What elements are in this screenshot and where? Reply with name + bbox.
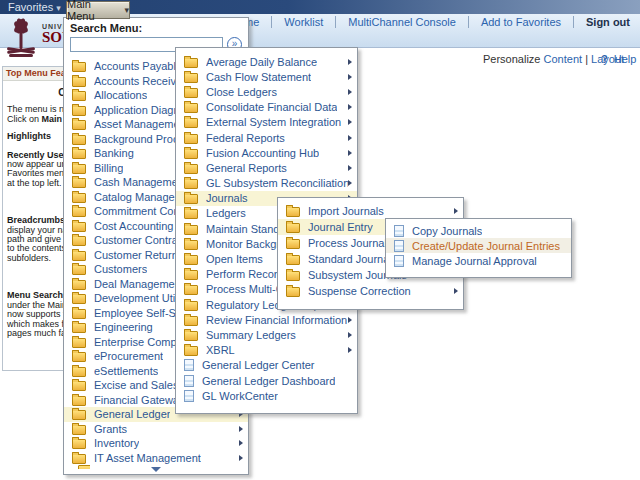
submenu-arrow-icon [348, 150, 352, 156]
help-link[interactable]: Help [614, 53, 637, 65]
chevron-down-icon: ▾ [124, 5, 129, 15]
header-link[interactable]: Worklist [271, 16, 335, 28]
folder-icon [72, 178, 86, 188]
folder-icon [184, 346, 198, 356]
folder-icon [184, 255, 198, 265]
header-links: HomeWorklistMultiChannel ConsoleAdd to F… [218, 16, 632, 28]
folder-icon [72, 280, 86, 290]
menu-item[interactable]: Average Daily Balance [176, 54, 357, 69]
folder-icon [286, 255, 300, 265]
menu-item[interactable]: Consolidate Financial Data [176, 100, 357, 115]
page-icon [394, 255, 404, 267]
folder-icon [72, 193, 86, 203]
folder-icon [184, 88, 198, 98]
folder-icon [286, 223, 300, 233]
favorites-label: Favorites [8, 1, 53, 13]
folder-icon [184, 73, 198, 83]
menu-item[interactable]: Grants [64, 422, 248, 437]
menu-item[interactable]: GL WorkCenter [176, 388, 357, 403]
search-menu-label: Search Menu: [70, 22, 242, 34]
folder-icon [72, 236, 86, 246]
folder-icon [72, 323, 86, 333]
folder-icon [184, 134, 198, 144]
submenu-arrow-icon [348, 317, 352, 323]
folder-icon [72, 62, 86, 72]
menu-item[interactable]: IT Asset Management [64, 451, 248, 466]
folder-icon [72, 164, 86, 174]
pagelet-paragraph: Menu Search,under the Mainnow supports t… [7, 291, 71, 338]
folder-icon [184, 240, 198, 250]
submenu-arrow-icon [348, 89, 352, 95]
submenu-arrow-icon [348, 119, 352, 125]
menu-item[interactable]: Manage Journal Approval [386, 253, 571, 268]
folder-icon [72, 439, 86, 449]
menu-item[interactable]: Create/Update Journal Entries [386, 238, 571, 253]
pagelet-text: Click on Main M [7, 115, 71, 124]
menu-item[interactable]: GL Subsystem Reconciliation [176, 176, 357, 191]
favorites-menu-button[interactable]: Favorites▾ [8, 0, 61, 14]
folder-icon [286, 271, 300, 281]
pagelet-text: subfolders. [7, 254, 71, 263]
pagelet-text: pages much fa [7, 329, 71, 338]
folder-icon [72, 367, 86, 377]
folder-icon [72, 352, 86, 362]
folder-icon [72, 135, 86, 145]
sign-out-link[interactable]: Sign out [573, 16, 632, 28]
personalize-label: Personalize [483, 53, 540, 65]
pagelet-text: at the top left. [7, 179, 71, 188]
header-link[interactable]: MultiChannel Console [335, 16, 468, 28]
folder-icon [72, 222, 86, 232]
menu-item[interactable]: Inventory [64, 436, 248, 451]
menu-item[interactable]: Federal Reports [176, 130, 357, 145]
main-menu-button[interactable]: Main Menu▾ [66, 1, 130, 19]
folder-icon [72, 91, 86, 101]
submenu-arrow-icon [239, 426, 243, 432]
help-area: ?Help [601, 53, 636, 65]
main-menu-label: Main Menu [67, 0, 120, 22]
folder-icon [184, 58, 198, 68]
folder-icon [184, 270, 198, 280]
menu-item[interactable]: Import Journals [278, 203, 463, 219]
menu-item[interactable]: General Ledger Dashboard [176, 373, 357, 388]
folder-icon [184, 316, 198, 326]
folder-icon [72, 396, 86, 406]
folder-icon [184, 209, 198, 219]
submenu-arrow-icon [454, 288, 458, 294]
folder-icon [72, 309, 86, 319]
folder-icon [72, 410, 86, 420]
folder-icon [72, 207, 86, 217]
folder-icon [184, 194, 198, 204]
menu-item[interactable]: External System Integration [176, 115, 357, 130]
folder-icon [72, 149, 86, 159]
submenu-arrow-icon [348, 104, 352, 110]
menu-item[interactable]: Suspense Correction [278, 283, 463, 299]
scroll-down-icon[interactable] [151, 467, 161, 472]
menu-item[interactable]: Close Ledgers [176, 84, 357, 99]
folder-icon [184, 285, 198, 295]
menu-item[interactable]: Cash Flow Statement [176, 69, 357, 84]
submenu-arrow-icon [348, 135, 352, 141]
menu-item[interactable]: XBRL [176, 343, 357, 358]
menu-item[interactable]: Fusion Accounting Hub [176, 145, 357, 160]
journal-entry-submenu: Copy Journals Create/Update Journal Entr… [385, 218, 572, 278]
pagelet-paragraph: Recently Usednow appear unFavorites menu… [7, 151, 71, 189]
folder-icon [72, 77, 86, 87]
menu-item[interactable]: Summary Ledgers [176, 327, 357, 342]
submenu-arrow-icon [239, 455, 243, 461]
menu-item[interactable]: General Ledger Center [176, 358, 357, 373]
header-link[interactable]: Add to Favorites [468, 16, 573, 28]
page-icon [394, 240, 404, 252]
personalize-content-link[interactable]: Content [544, 53, 583, 65]
pagelet-title: Top Menu Feat [3, 67, 71, 81]
folder-icon [184, 149, 198, 159]
chevron-down-icon: ▾ [56, 3, 61, 13]
pagelet-paragraph: Breadcrumbsdisplay your napath and give … [7, 216, 71, 263]
menu-item[interactable]: General Reports [176, 160, 357, 175]
menu-item[interactable]: Review Financial Information [176, 312, 357, 327]
folder-icon [184, 225, 198, 235]
page-icon [184, 375, 194, 387]
help-icon[interactable]: ? [601, 53, 608, 65]
menu-item[interactable]: Copy Journals [386, 223, 571, 238]
folder-icon [72, 425, 86, 435]
page-icon [184, 359, 194, 371]
